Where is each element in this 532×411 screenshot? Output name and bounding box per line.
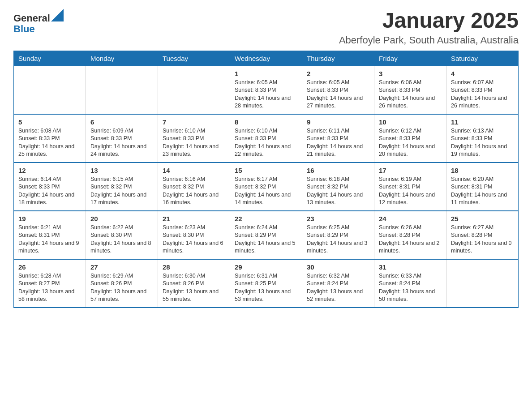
day-info: Sunrise: 6:22 AMSunset: 8:30 PMDaylight:… [90,224,153,255]
day-number: 12 [18,167,81,174]
logo-icon [51,9,64,21]
day-number: 14 [163,167,225,174]
day-info: Sunrise: 6:26 AMSunset: 8:28 PMDaylight:… [379,224,442,255]
calendar-cell: 21Sunrise: 6:23 AMSunset: 8:30 PMDayligh… [158,211,230,259]
calendar-cell: 25Sunrise: 6:27 AMSunset: 8:28 PMDayligh… [446,211,519,259]
page-title: January 2025 [339,9,519,33]
calendar-cell: 8Sunrise: 6:10 AMSunset: 8:33 PMDaylight… [230,114,302,163]
header-day-tuesday: Tuesday [158,51,230,66]
week-row-1: 5Sunrise: 6:08 AMSunset: 8:33 PMDaylight… [14,114,519,163]
calendar-cell: 4Sunrise: 6:07 AMSunset: 8:33 PMDaylight… [446,66,519,114]
day-info: Sunrise: 6:17 AMSunset: 8:32 PMDaylight:… [235,176,297,207]
week-row-4: 26Sunrise: 6:28 AMSunset: 8:27 PMDayligh… [14,259,519,308]
day-number: 11 [451,118,514,126]
calendar-cell: 29Sunrise: 6:31 AMSunset: 8:25 PMDayligh… [230,259,302,308]
day-number: 25 [451,215,514,223]
calendar-cell: 17Sunrise: 6:19 AMSunset: 8:31 PMDayligh… [374,163,446,211]
day-number: 20 [90,215,153,223]
calendar-cell: 24Sunrise: 6:26 AMSunset: 8:28 PMDayligh… [374,211,446,259]
day-number: 31 [379,263,442,271]
week-row-2: 12Sunrise: 6:14 AMSunset: 8:33 PMDayligh… [14,163,519,211]
week-row-3: 19Sunrise: 6:21 AMSunset: 8:31 PMDayligh… [14,211,519,259]
day-number: 15 [235,167,297,174]
calendar-cell: 28Sunrise: 6:30 AMSunset: 8:26 PMDayligh… [158,259,230,308]
calendar-cell: 26Sunrise: 6:28 AMSunset: 8:27 PMDayligh… [14,259,86,308]
calendar-cell: 14Sunrise: 6:16 AMSunset: 8:32 PMDayligh… [158,163,230,211]
day-number: 6 [90,118,153,126]
day-info: Sunrise: 6:09 AMSunset: 8:33 PMDaylight:… [90,127,153,158]
day-number: 23 [307,215,369,223]
calendar-cell: 16Sunrise: 6:18 AMSunset: 8:32 PMDayligh… [302,163,374,211]
calendar-cell [158,66,230,114]
logo-blue-text: Blue [13,23,35,34]
calendar-cell [446,259,519,308]
calendar-cell: 5Sunrise: 6:08 AMSunset: 8:33 PMDaylight… [14,114,86,163]
day-info: Sunrise: 6:14 AMSunset: 8:33 PMDaylight:… [18,176,81,207]
day-info: Sunrise: 6:27 AMSunset: 8:28 PMDaylight:… [451,224,514,255]
day-number: 30 [307,263,369,271]
calendar-cell: 3Sunrise: 6:06 AMSunset: 8:33 PMDaylight… [374,66,446,114]
calendar-cell: 27Sunrise: 6:29 AMSunset: 8:26 PMDayligh… [86,259,158,308]
svg-marker-0 [51,9,64,21]
day-number: 3 [379,70,442,77]
day-info: Sunrise: 6:29 AMSunset: 8:26 PMDaylight:… [90,272,153,304]
header-row: SundayMondayTuesdayWednesdayThursdayFrid… [14,51,519,66]
day-info: Sunrise: 6:05 AMSunset: 8:33 PMDaylight:… [307,79,369,110]
subtitle: Aberfoyle Park, South Australia, Austral… [339,34,519,46]
day-info: Sunrise: 6:08 AMSunset: 8:33 PMDaylight:… [18,127,81,158]
day-number: 27 [90,263,153,271]
calendar-cell: 18Sunrise: 6:20 AMSunset: 8:31 PMDayligh… [446,163,519,211]
header-day-monday: Monday [86,51,158,66]
day-info: Sunrise: 6:28 AMSunset: 8:27 PMDaylight:… [18,272,81,304]
calendar-cell: 23Sunrise: 6:25 AMSunset: 8:29 PMDayligh… [302,211,374,259]
header-day-saturday: Saturday [446,51,519,66]
day-number: 4 [451,70,514,77]
day-number: 28 [163,263,225,271]
day-info: Sunrise: 6:30 AMSunset: 8:26 PMDaylight:… [163,272,225,304]
day-info: Sunrise: 6:23 AMSunset: 8:30 PMDaylight:… [163,224,225,255]
day-number: 8 [235,118,297,126]
day-info: Sunrise: 6:10 AMSunset: 8:33 PMDaylight:… [235,127,297,158]
header-day-friday: Friday [374,51,446,66]
calendar-cell: 30Sunrise: 6:32 AMSunset: 8:24 PMDayligh… [302,259,374,308]
calendar-cell: 10Sunrise: 6:12 AMSunset: 8:33 PMDayligh… [374,114,446,163]
header-day-sunday: Sunday [14,51,86,66]
calendar-cell: 1Sunrise: 6:05 AMSunset: 8:33 PMDaylight… [230,66,302,114]
calendar-cell: 22Sunrise: 6:24 AMSunset: 8:29 PMDayligh… [230,211,302,259]
day-number: 26 [18,263,81,271]
day-number: 7 [163,118,225,126]
page-header: General Blue January 2025 Aberfoyle Park… [13,9,519,46]
day-info: Sunrise: 6:33 AMSunset: 8:24 PMDaylight:… [379,272,442,304]
calendar-body: 1Sunrise: 6:05 AMSunset: 8:33 PMDaylight… [14,66,519,308]
day-number: 21 [163,215,225,223]
calendar-cell: 7Sunrise: 6:10 AMSunset: 8:33 PMDaylight… [158,114,230,163]
day-info: Sunrise: 6:24 AMSunset: 8:29 PMDaylight:… [235,224,297,255]
calendar-cell [14,66,86,114]
calendar-header: SundayMondayTuesdayWednesdayThursdayFrid… [14,51,519,66]
day-info: Sunrise: 6:13 AMSunset: 8:33 PMDaylight:… [451,127,514,158]
day-info: Sunrise: 6:11 AMSunset: 8:33 PMDaylight:… [307,127,369,158]
header-day-wednesday: Wednesday [230,51,302,66]
day-number: 24 [379,215,442,223]
calendar-cell [86,66,158,114]
week-row-0: 1Sunrise: 6:05 AMSunset: 8:33 PMDaylight… [14,66,519,114]
day-number: 5 [18,118,81,126]
day-number: 29 [235,263,297,271]
day-info: Sunrise: 6:10 AMSunset: 8:33 PMDaylight:… [163,127,225,158]
day-info: Sunrise: 6:25 AMSunset: 8:29 PMDaylight:… [307,224,369,255]
calendar-cell: 31Sunrise: 6:33 AMSunset: 8:24 PMDayligh… [374,259,446,308]
calendar-table: SundayMondayTuesdayWednesdayThursdayFrid… [13,51,519,308]
title-block: January 2025 Aberfoyle Park, South Austr… [339,9,519,46]
calendar-cell: 20Sunrise: 6:22 AMSunset: 8:30 PMDayligh… [86,211,158,259]
day-number: 22 [235,215,297,223]
day-info: Sunrise: 6:12 AMSunset: 8:33 PMDaylight:… [379,127,442,158]
day-info: Sunrise: 6:31 AMSunset: 8:25 PMDaylight:… [235,272,297,304]
day-info: Sunrise: 6:20 AMSunset: 8:31 PMDaylight:… [451,176,514,207]
day-info: Sunrise: 6:32 AMSunset: 8:24 PMDaylight:… [307,272,369,304]
logo: General Blue [13,9,64,34]
calendar-cell: 15Sunrise: 6:17 AMSunset: 8:32 PMDayligh… [230,163,302,211]
calendar-cell: 13Sunrise: 6:15 AMSunset: 8:32 PMDayligh… [86,163,158,211]
day-number: 9 [307,118,369,126]
day-info: Sunrise: 6:18 AMSunset: 8:32 PMDaylight:… [307,176,369,207]
day-info: Sunrise: 6:05 AMSunset: 8:33 PMDaylight:… [235,79,297,110]
